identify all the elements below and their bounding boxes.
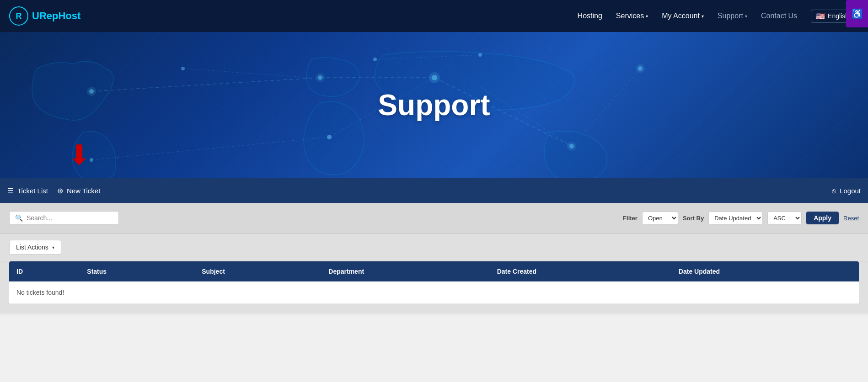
nav-item-contact[interactable]: Contact Us bbox=[761, 12, 797, 20]
search-box: 🔍 bbox=[9, 211, 119, 225]
navbar: R URepHost Hosting Services ▾ My Account… bbox=[0, 0, 868, 32]
filter-label: Filter bbox=[623, 215, 638, 222]
my-account-chevron-icon: ▾ bbox=[702, 14, 704, 19]
sort-by-select[interactable]: Date Updated Date Created Subject bbox=[708, 212, 763, 225]
svg-line-23 bbox=[572, 69, 640, 146]
new-ticket-label: New Ticket bbox=[67, 187, 100, 195]
list-actions-button[interactable]: List Actions ▾ bbox=[9, 240, 61, 255]
ticket-section: ☰ Ticket List ⊕ New Ticket ⎋ Logout 🔍 Fi… bbox=[0, 178, 868, 315]
reset-link[interactable]: Reset bbox=[843, 215, 859, 222]
svg-point-17 bbox=[478, 53, 482, 57]
sort-by-label: Sort By bbox=[683, 215, 704, 222]
ticket-list-link[interactable]: ☰ Ticket List bbox=[7, 186, 48, 195]
new-ticket-link[interactable]: ⊕ New Ticket bbox=[57, 186, 100, 195]
ticket-table-wrap: ID Status Subject Department Date Create… bbox=[0, 261, 868, 313]
svg-point-13 bbox=[429, 72, 440, 83]
svg-point-9 bbox=[87, 87, 96, 96]
navbar-nav: Hosting Services ▾ My Account ▾ Support … bbox=[578, 10, 859, 23]
flag-icon: 🇺🇸 bbox=[816, 12, 825, 21]
svg-line-6 bbox=[183, 69, 311, 78]
search-icon: 🔍 bbox=[15, 214, 23, 222]
svg-point-16 bbox=[181, 67, 185, 70]
list-actions-chevron-icon: ▾ bbox=[52, 245, 54, 250]
filter-select[interactable]: Open Closed All bbox=[642, 212, 678, 225]
table-header: ID Status Subject Department Date Create… bbox=[9, 261, 859, 281]
new-ticket-icon: ⊕ bbox=[57, 186, 63, 195]
col-date-updated: Date Updated bbox=[671, 261, 859, 281]
hero-title: Support bbox=[378, 88, 490, 122]
brand-name: URepHost bbox=[32, 10, 80, 22]
search-input[interactable] bbox=[27, 214, 113, 222]
brand-logo[interactable]: R URepHost bbox=[9, 6, 80, 26]
filter-bar: 🔍 Filter Open Closed All Sort By Date Up… bbox=[0, 203, 868, 233]
col-date-created: Date Created bbox=[490, 261, 671, 281]
ticket-table: ID Status Subject Department Date Create… bbox=[9, 261, 859, 304]
nav-item-services[interactable]: Services ▾ bbox=[616, 12, 648, 20]
logout-icon: ⎋ bbox=[832, 187, 836, 195]
empty-row: No tickets found! bbox=[9, 281, 859, 304]
svg-point-18 bbox=[373, 58, 377, 61]
col-subject: Subject bbox=[194, 261, 321, 281]
logout-button[interactable]: ⎋ Logout bbox=[832, 187, 861, 195]
logout-label: Logout bbox=[840, 187, 861, 195]
nav-item-hosting[interactable]: Hosting bbox=[578, 12, 602, 20]
col-status: Status bbox=[80, 261, 194, 281]
logo-icon: R bbox=[9, 6, 28, 26]
apply-button[interactable]: Apply bbox=[806, 212, 839, 224]
ticket-header-right: ⎋ Logout bbox=[832, 187, 861, 195]
actions-bar: List Actions ▾ bbox=[0, 233, 868, 261]
svg-point-20 bbox=[327, 135, 332, 139]
svg-line-0 bbox=[91, 78, 320, 91]
nav-item-support[interactable]: Support ▾ bbox=[718, 12, 747, 20]
order-select[interactable]: ASC DESC bbox=[767, 212, 802, 225]
accessibility-button[interactable]: ♿ bbox=[846, 0, 868, 27]
support-chevron-icon: ▾ bbox=[745, 14, 747, 19]
hero-banner: ⬇ Support bbox=[0, 32, 868, 178]
table-body: No tickets found! bbox=[9, 281, 859, 304]
accessibility-icon: ♿ bbox=[852, 8, 863, 19]
services-chevron-icon: ▾ bbox=[646, 14, 648, 19]
col-department: Department bbox=[321, 261, 489, 281]
list-actions-label: List Actions bbox=[16, 244, 48, 251]
ticket-list-label: Ticket List bbox=[17, 187, 48, 195]
nav-item-my-account[interactable]: My Account ▾ bbox=[662, 12, 704, 20]
ticket-header-left: ☰ Ticket List ⊕ New Ticket bbox=[7, 186, 100, 195]
ticket-list-icon: ☰ bbox=[7, 186, 14, 195]
red-arrow-annotation: ⬇ bbox=[68, 142, 91, 169]
svg-point-11 bbox=[316, 73, 325, 82]
svg-line-3 bbox=[91, 137, 329, 160]
ticket-header-bar: ☰ Ticket List ⊕ New Ticket ⎋ Logout bbox=[0, 178, 868, 203]
col-id: ID bbox=[9, 261, 80, 281]
no-tickets-message: No tickets found! bbox=[16, 289, 64, 296]
filter-controls: Filter Open Closed All Sort By Date Upda… bbox=[623, 212, 859, 225]
